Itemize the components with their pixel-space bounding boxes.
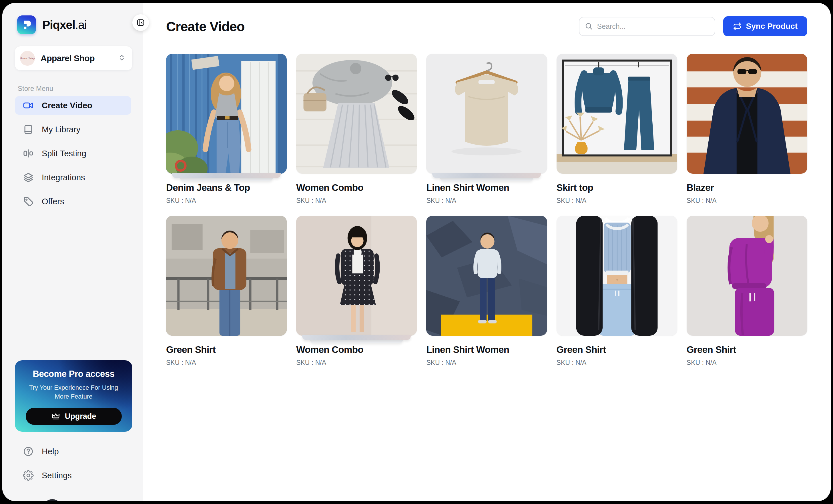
denim-jeans-top-photo[interactable] bbox=[166, 54, 287, 174]
product-image-wrap bbox=[687, 54, 807, 174]
collapse-sidebar-button[interactable] bbox=[133, 14, 149, 31]
product-title: Blazer bbox=[687, 182, 807, 193]
product-sku: SKU : N/A bbox=[166, 359, 287, 367]
polka-dot-combo-photo[interactable] bbox=[296, 216, 417, 336]
product-sku: SKU : N/A bbox=[296, 197, 417, 205]
sidebar-item-integrations[interactable]: Integrations bbox=[15, 168, 131, 187]
product-sku: SKU : N/A bbox=[687, 359, 807, 367]
stacked-photo-edge bbox=[172, 173, 281, 178]
white-tee-yellow-mat-photo[interactable] bbox=[426, 216, 547, 336]
black-jacket-blue-set-photo[interactable] bbox=[556, 216, 677, 336]
sidebar: Piqxel.ai Grace Hailey Apparel Shop Stor… bbox=[2, 3, 143, 501]
header-actions: Sync Product bbox=[579, 16, 807, 36]
sidebar-item-split-testing[interactable]: Split Testing bbox=[15, 144, 131, 163]
women-combo-flatlay-photo[interactable] bbox=[296, 54, 417, 174]
brand-name-suffix: .ai bbox=[75, 18, 87, 31]
sidebar-item-label: Split Testing bbox=[42, 149, 86, 158]
sidebar-item-label: Settings bbox=[42, 471, 72, 480]
product-image-wrap bbox=[687, 216, 807, 336]
navy-blazer-man-photo[interactable] bbox=[687, 54, 807, 174]
product-card[interactable]: Green Shirt SKU : N/A bbox=[687, 216, 807, 367]
sidebar-item-help[interactable]: Help bbox=[15, 442, 131, 461]
upgrade-button-label: Upgrade bbox=[65, 412, 96, 421]
linen-shirt-hanger-photo[interactable] bbox=[426, 54, 547, 174]
sidebar-item-my-library[interactable]: My Library bbox=[15, 120, 131, 139]
help-circle-icon bbox=[23, 446, 34, 457]
chevron-up-down-icon bbox=[118, 53, 126, 63]
product-image-wrap bbox=[426, 216, 547, 336]
sidebar-footer: Help Settings bbox=[15, 442, 131, 490]
sidebar-item-settings[interactable]: Settings bbox=[15, 466, 131, 485]
purple-lounge-set-photo[interactable] bbox=[687, 216, 807, 336]
search-input[interactable] bbox=[579, 17, 715, 36]
tag-icon bbox=[23, 196, 34, 207]
sidebar-item-offers[interactable]: Offers bbox=[15, 192, 131, 211]
store-menu-label: Store Menu bbox=[18, 84, 53, 93]
product-sku: SKU : N/A bbox=[556, 197, 677, 205]
product-title: Green Shirt bbox=[687, 344, 807, 355]
search-box bbox=[579, 17, 715, 36]
product-card[interactable]: Green Shirt SKU : N/A bbox=[166, 216, 287, 367]
product-title: Green Shirt bbox=[556, 344, 677, 355]
product-sku: SKU : N/A bbox=[687, 197, 807, 205]
product-card[interactable]: Blazer SKU : N/A bbox=[687, 54, 807, 205]
promo-title: Become Pro access bbox=[23, 369, 124, 379]
sidebar-item-create-video[interactable]: Create Video bbox=[15, 96, 131, 115]
product-image-wrap bbox=[166, 54, 287, 174]
store-avatar-text: Grace Hailey bbox=[20, 57, 35, 60]
product-card[interactable]: Women Combo SKU : N/A bbox=[296, 216, 417, 367]
product-title: Women Combo bbox=[296, 182, 417, 193]
crown-icon bbox=[51, 412, 60, 421]
product-title: Linen Shirt Women bbox=[426, 182, 547, 193]
sidebar-item-label: My Library bbox=[42, 125, 80, 134]
search-icon bbox=[585, 22, 593, 31]
product-image-wrap bbox=[296, 216, 417, 336]
store-avatar: Grace Hailey bbox=[20, 51, 35, 66]
product-image-wrap bbox=[166, 216, 287, 336]
product-card[interactable]: Linen Shirt Women SKU : N/A bbox=[426, 54, 547, 205]
product-sku: SKU : N/A bbox=[426, 197, 547, 205]
product-title: Denim Jeans & Top bbox=[166, 182, 287, 193]
product-card[interactable]: Linen Shirt Women SKU : N/A bbox=[426, 216, 547, 367]
product-title: Women Combo bbox=[296, 344, 417, 355]
store-name: Apparel Shop bbox=[41, 53, 112, 63]
store-menu: Create Video My Library Split Testing In… bbox=[15, 96, 131, 216]
sync-product-label: Sync Product bbox=[746, 22, 798, 31]
product-image-wrap bbox=[556, 216, 677, 336]
product-card[interactable]: Denim Jeans & Top SKU : N/A bbox=[166, 54, 287, 205]
teal-skirt-top-frame-photo[interactable] bbox=[556, 54, 677, 174]
pro-promo-card: Become Pro access Try Your Experienece F… bbox=[15, 360, 133, 432]
stacked-photo-edge bbox=[302, 335, 411, 340]
app-window: Piqxel.ai Grace Hailey Apparel Shop Stor… bbox=[2, 3, 831, 501]
gear-icon bbox=[23, 470, 34, 481]
brand: Piqxel.ai bbox=[17, 16, 87, 34]
user-avatar[interactable] bbox=[43, 499, 62, 501]
upgrade-button[interactable]: Upgrade bbox=[26, 408, 122, 425]
layers-icon bbox=[23, 172, 34, 183]
page-header: Create Video Sync Product bbox=[166, 16, 807, 36]
product-image-wrap bbox=[556, 54, 677, 174]
product-title: Linen Shirt Women bbox=[426, 344, 547, 355]
book-icon bbox=[23, 124, 34, 135]
product-title: Green Shirt bbox=[166, 344, 287, 355]
piqxel-logo bbox=[17, 16, 36, 34]
store-selector[interactable]: Grace Hailey Apparel Shop bbox=[15, 46, 133, 70]
brand-name-bold: Piqxel bbox=[42, 18, 75, 31]
product-sku: SKU : N/A bbox=[556, 359, 677, 367]
stacked-photo-edge bbox=[432, 173, 541, 178]
brand-name: Piqxel.ai bbox=[42, 18, 87, 32]
product-sku: SKU : N/A bbox=[296, 359, 417, 367]
product-sku: SKU : N/A bbox=[426, 359, 547, 367]
sidebar-item-label: Help bbox=[42, 447, 59, 456]
main-content: Create Video Sync Product Denim Jeans & … bbox=[143, 3, 831, 501]
sync-product-button[interactable]: Sync Product bbox=[723, 16, 807, 36]
product-card[interactable]: Skirt top SKU : N/A bbox=[556, 54, 677, 205]
video-camera-icon bbox=[23, 100, 34, 111]
brown-jacket-man-photo[interactable] bbox=[166, 216, 287, 336]
promo-subtitle: Try Your Experienece For Using More Feat… bbox=[29, 383, 118, 401]
product-sku: SKU : N/A bbox=[166, 197, 287, 205]
product-card[interactable]: Women Combo SKU : N/A bbox=[296, 54, 417, 205]
product-image-wrap bbox=[296, 54, 417, 174]
product-card[interactable]: Green Shirt SKU : N/A bbox=[556, 216, 677, 367]
sync-arrows-icon bbox=[733, 22, 741, 31]
